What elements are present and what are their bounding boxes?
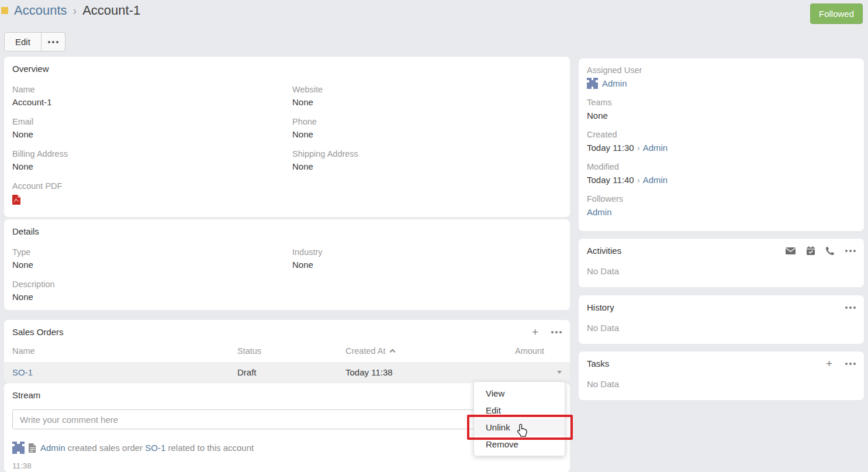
history-empty-text: No Data [587, 323, 856, 333]
page-title: Account-1 [82, 3, 140, 18]
field-industry: Industry None [292, 247, 562, 271]
accounts-entity-icon [1, 7, 8, 14]
ellipsis-icon [845, 250, 856, 252]
document-icon [29, 443, 36, 453]
row-actions-menu: View Edit Unlink Remove [473, 381, 565, 456]
sales-orders-menu-button[interactable] [551, 331, 562, 333]
schedule-meeting-button[interactable] [807, 246, 815, 255]
breadcrumb: Accounts › Account-1 [1, 3, 140, 18]
plus-icon: + [532, 328, 538, 336]
field-name: Name Account-1 [12, 85, 292, 108]
field-shipping-address: Shipping Address None [292, 149, 562, 173]
stream-post-action: created sales order [68, 443, 143, 453]
sales-order-link[interactable]: SO-1 [12, 367, 33, 377]
ellipsis-icon [845, 363, 856, 365]
created-by-link[interactable]: Admin [643, 143, 668, 153]
create-task-button[interactable]: + [826, 360, 832, 368]
field-modified: Modified Today 11:40 › Admin [587, 162, 856, 185]
breadcrumb-accounts-link[interactable]: Accounts [14, 3, 67, 18]
stream-post-suffix: related to this account [168, 443, 254, 453]
sales-orders-panel: Sales Orders + Name Status Created At Am… [4, 320, 570, 381]
row-actions-caret-icon[interactable] [557, 371, 562, 374]
details-panel: Details Type None Industry None Descript… [4, 219, 570, 310]
field-assigned-user: Assigned User Admin [587, 66, 856, 89]
breadcrumb-separator: › [73, 4, 77, 18]
field-created: Created Today 11:30 › Admin [587, 130, 856, 153]
calendar-check-icon [807, 246, 815, 255]
record-more-button[interactable] [42, 32, 65, 51]
edit-button[interactable]: Edit [4, 32, 42, 51]
tasks-empty-text: No Data [587, 379, 856, 389]
overview-panel-title: Overview [12, 64, 562, 74]
record-actions: Edit [4, 32, 65, 51]
field-teams: Teams None [587, 98, 856, 121]
modified-by-separator: › [637, 175, 640, 185]
field-website: Website None [292, 85, 562, 108]
field-description: Description None [12, 280, 292, 303]
history-panel-title: History [587, 302, 614, 312]
create-sales-order-button[interactable]: + [532, 328, 538, 336]
menu-item-remove[interactable]: Remove [474, 436, 565, 453]
compose-email-button[interactable] [786, 247, 796, 254]
pdf-file-icon[interactable] [12, 195, 20, 206]
phone-icon [826, 247, 834, 255]
menu-item-unlink[interactable]: Unlink [474, 419, 565, 436]
record-side-panel: Assigned User Admin Teams None [579, 58, 864, 231]
table-row: SO-1 Draft Today 11:38 [4, 362, 570, 383]
history-panel: History No Data [579, 295, 864, 344]
overview-panel: Overview Name Account-1 Website None Ema… [4, 57, 570, 217]
field-email: Email None [12, 117, 292, 140]
tasks-panel: Tasks + No Data [579, 352, 864, 400]
created-by-separator: › [637, 143, 640, 153]
ellipsis-icon [845, 306, 856, 309]
log-call-button[interactable] [826, 247, 834, 255]
details-panel-title: Details [12, 226, 562, 236]
stream-post-time: 11:38 [12, 461, 562, 470]
column-header-name[interactable]: Name [12, 346, 237, 356]
column-header-status[interactable]: Status [237, 346, 345, 356]
field-followers: Followers Admin [587, 194, 856, 218]
envelope-icon [786, 247, 796, 254]
column-header-created-at[interactable]: Created At [345, 346, 503, 356]
account-detail-page: Accounts › Account-1 Followed Edit Overv… [0, 0, 868, 472]
field-type: Type None [12, 247, 292, 271]
ellipsis-icon [48, 41, 58, 43]
menu-item-view[interactable]: View [474, 385, 565, 402]
tasks-menu-button[interactable] [845, 363, 856, 365]
history-menu-button[interactable] [845, 306, 856, 309]
column-header-amount[interactable]: Amount [503, 346, 548, 356]
sales-order-created-at: Today 11:38 [345, 367, 503, 377]
ellipsis-icon [551, 331, 562, 333]
stream-post-target-link[interactable]: SO-1 [145, 443, 165, 453]
field-account-pdf: Account PDF [12, 181, 292, 206]
sales-orders-table-header: Name Status Created At Amount [12, 346, 562, 362]
plus-icon: + [826, 360, 832, 368]
modified-by-link[interactable]: Admin [643, 175, 668, 185]
followed-button[interactable]: Followed [810, 4, 863, 24]
menu-item-edit[interactable]: Edit [474, 402, 565, 419]
activities-panel-title: Activities [587, 246, 621, 256]
sales-order-status: Draft [237, 367, 345, 377]
activities-menu-button[interactable] [845, 250, 856, 252]
field-billing-address: Billing Address None [12, 149, 292, 173]
stream-post-user-link[interactable]: Admin [40, 443, 65, 453]
avatar [587, 78, 598, 89]
sales-orders-panel-title: Sales Orders [12, 327, 64, 337]
tasks-panel-title: Tasks [587, 359, 609, 368]
activities-panel: Activities [579, 239, 864, 287]
field-phone: Phone None [292, 117, 562, 140]
activities-empty-text: No Data [587, 266, 856, 276]
avatar [12, 442, 25, 454]
sort-ascending-icon [389, 349, 395, 355]
follower-link[interactable]: Admin [587, 207, 612, 217]
assigned-user-link[interactable]: Admin [602, 78, 627, 88]
